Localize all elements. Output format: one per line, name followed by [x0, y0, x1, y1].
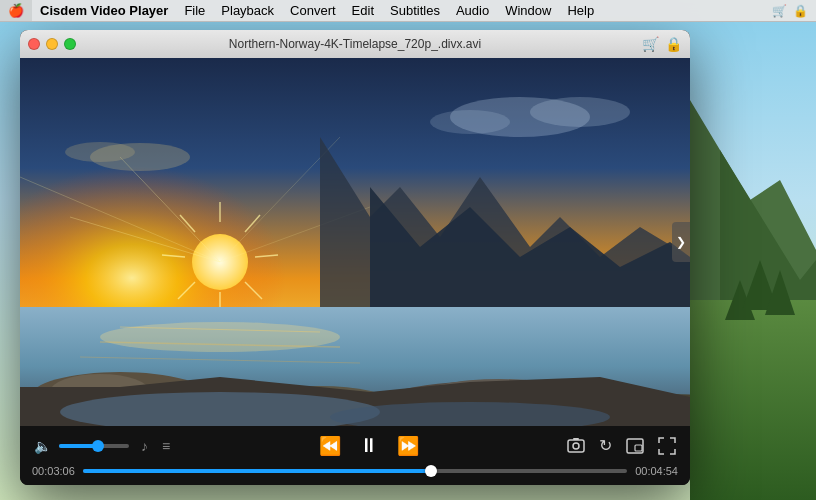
current-time: 00:03:06 [32, 465, 75, 477]
playlist-button[interactable]: ≡ [160, 436, 172, 456]
fullscreen-button[interactable] [656, 435, 678, 457]
pip-button[interactable] [624, 435, 646, 457]
progress-bar[interactable] [83, 469, 627, 473]
svg-point-41 [530, 97, 630, 127]
subtitles-menu[interactable]: Subtitles [382, 0, 448, 21]
svg-rect-45 [568, 440, 584, 452]
svg-rect-3 [690, 300, 816, 500]
player-window: Northern-Norway-4K-Timelapse_720p_.divx.… [20, 30, 690, 485]
volume-button[interactable]: 🔈 [32, 436, 53, 456]
help-menu[interactable]: Help [559, 0, 602, 21]
volume-thumb [92, 440, 104, 452]
progress-thumb [425, 465, 437, 477]
playback-menu[interactable]: Playback [213, 0, 282, 21]
file-menu[interactable]: File [176, 0, 213, 21]
svg-rect-47 [573, 438, 579, 440]
window-title: Northern-Norway-4K-Timelapse_720p_.divx.… [229, 37, 481, 51]
volume-fill [59, 444, 98, 448]
music-button[interactable]: ♪ [139, 436, 150, 456]
right-controls: ↻ [565, 434, 678, 457]
audio-menu[interactable]: Audio [448, 0, 497, 21]
lock-title-icon[interactable]: 🔒 [665, 36, 682, 52]
app-name-menu[interactable]: Cisdem Video Player [32, 0, 176, 21]
apple-icon: 🍎 [8, 3, 24, 18]
convert-menu[interactable]: Convert [282, 0, 344, 21]
svg-point-44 [65, 142, 135, 162]
total-time: 00:04:54 [635, 465, 678, 477]
volume-slider[interactable] [59, 444, 129, 448]
progress-fill [83, 469, 431, 473]
rewind-button[interactable]: ⏪ [317, 433, 343, 459]
volume-container: 🔈 [32, 436, 129, 456]
window-menu[interactable]: Window [497, 0, 559, 21]
edit-menu[interactable]: Edit [344, 0, 382, 21]
menubar-right: 🛒 🔒 [772, 4, 816, 18]
svg-rect-49 [635, 445, 642, 451]
chevron-right-icon: ❯ [676, 235, 686, 249]
svg-point-26 [100, 322, 340, 352]
center-controls: ⏪ ⏸ ⏩ [317, 432, 421, 459]
title-bar: Northern-Norway-4K-Timelapse_720p_.divx.… [20, 30, 690, 58]
pause-button[interactable]: ⏸ [357, 432, 381, 459]
forward-button[interactable]: ⏩ [395, 433, 421, 459]
svg-point-42 [430, 110, 510, 134]
video-area: ❯ [20, 58, 690, 426]
cart-icon: 🛒 [772, 4, 787, 18]
screenshot-button[interactable] [565, 435, 587, 457]
maximize-button[interactable] [64, 38, 76, 50]
close-button[interactable] [28, 38, 40, 50]
rotate-button[interactable]: ↻ [597, 434, 614, 457]
traffic-lights [28, 38, 76, 50]
left-controls: 🔈 ♪ ≡ [32, 436, 172, 456]
apple-menu[interactable]: 🍎 [0, 0, 32, 21]
menubar: 🍎 Cisdem Video Player File Playback Conv… [0, 0, 816, 22]
svg-point-46 [573, 443, 579, 449]
controls-bar: 🔈 ♪ ≡ ⏪ ⏸ ⏩ [20, 426, 690, 485]
top-controls: 🔈 ♪ ≡ ⏪ ⏸ ⏩ [32, 432, 678, 459]
progress-container: 00:03:06 00:04:54 [32, 465, 678, 477]
cart-title-icon[interactable]: 🛒 [642, 36, 659, 52]
video-content [20, 58, 690, 426]
minimize-button[interactable] [46, 38, 58, 50]
side-collapse-arrow[interactable]: ❯ [672, 222, 690, 262]
title-bar-icons: 🛒 🔒 [642, 36, 682, 52]
lock-icon: 🔒 [793, 4, 808, 18]
